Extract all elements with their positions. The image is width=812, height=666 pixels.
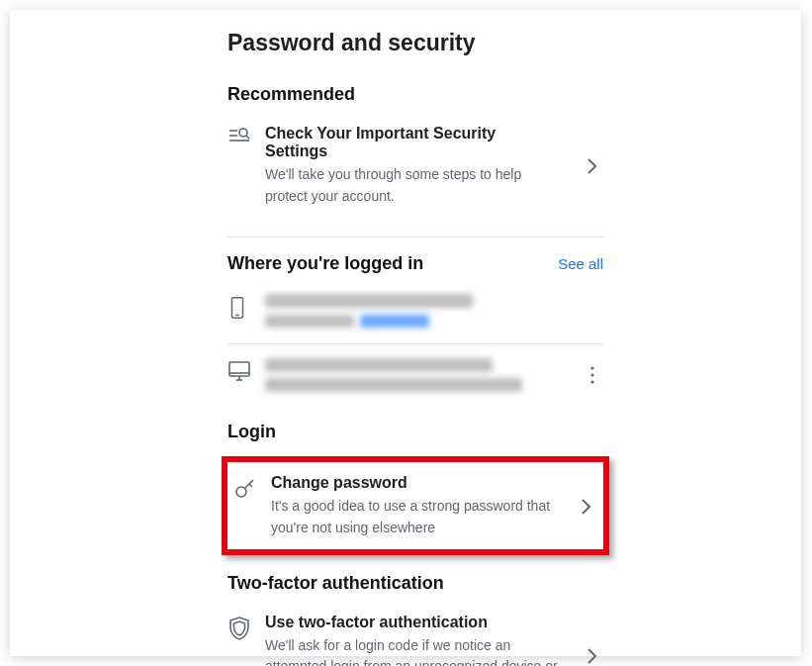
shield-icon (227, 616, 255, 641)
check-security-row[interactable]: Check Your Important Security Settings W… (227, 119, 603, 219)
redacted-text (265, 378, 522, 392)
redacted-text (265, 358, 493, 372)
svg-rect-7 (229, 362, 249, 376)
sessions-header: Where you're logged in See all (227, 253, 603, 274)
recommended-header: Recommended (227, 84, 603, 105)
sessions-section-divider (227, 237, 603, 253)
change-password-row[interactable]: Change password It's a good idea to use … (233, 474, 597, 538)
check-security-title: Check Your Important Security Settings (265, 125, 558, 160)
svg-line-16 (249, 484, 252, 487)
twofa-heading: Two-factor authentication (227, 573, 444, 594)
desktop-icon (227, 360, 255, 382)
svg-point-11 (590, 367, 593, 370)
twofa-row[interactable]: Use two-factor authentication We'll ask … (227, 608, 603, 666)
login-header: Login (227, 422, 603, 442)
content-column: Password and security Recommended Check … (227, 30, 603, 666)
svg-point-13 (590, 381, 593, 384)
more-options-icon[interactable] (582, 365, 603, 385)
svg-point-12 (590, 374, 593, 377)
phone-icon (227, 296, 255, 320)
chevron-right-icon (582, 646, 603, 666)
key-icon (233, 476, 261, 500)
redacted-text (265, 294, 473, 308)
change-password-title: Change password (271, 474, 552, 492)
twofa-desc: We'll ask for a login code if we notice … (265, 635, 558, 666)
see-all-link[interactable]: See all (558, 255, 603, 272)
twofa-header: Two-factor authentication (227, 573, 603, 594)
svg-line-4 (246, 136, 249, 139)
security-settings-panel: Password and security Recommended Check … (10, 10, 801, 656)
twofa-title: Use two-factor authentication (265, 614, 558, 631)
page-title: Password and security (227, 30, 603, 56)
change-password-highlight: Change password It's a good idea to use … (222, 456, 609, 554)
search-lines-icon (227, 127, 255, 148)
svg-point-3 (239, 129, 247, 137)
change-password-desc: It's a good idea to use a strong passwor… (271, 496, 552, 538)
chevron-right-icon (576, 497, 597, 517)
session-mobile-row[interactable] (227, 288, 603, 343)
redacted-text (360, 315, 429, 328)
recommended-heading: Recommended (227, 84, 355, 105)
redacted-text (265, 315, 354, 328)
check-security-desc: We'll take you through some steps to hel… (265, 164, 558, 207)
login-heading: Login (227, 422, 276, 442)
sessions-heading: Where you're logged in (227, 253, 423, 274)
chevron-right-icon (582, 156, 603, 176)
session-desktop-row[interactable] (227, 343, 603, 404)
